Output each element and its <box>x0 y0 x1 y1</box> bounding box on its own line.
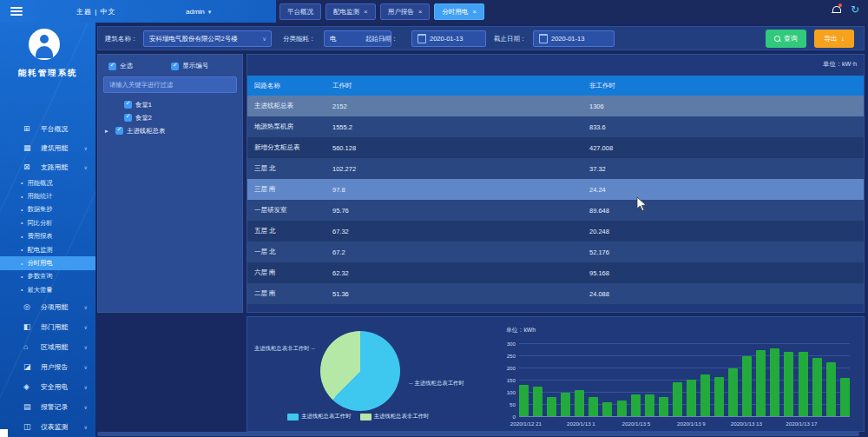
table-row[interactable]: 一层研发室95.7689.648 <box>247 200 864 221</box>
end-date-input[interactable]: 2020-01-13 <box>533 30 615 47</box>
select-all-checkbox[interactable] <box>108 63 116 70</box>
table-row[interactable]: 六层 南62.3295.168 <box>247 262 864 283</box>
submenu-item-同比分析[interactable]: •同比分析 <box>0 216 95 229</box>
table-row[interactable]: 三层 南97.824.24 <box>247 179 864 200</box>
legend-label: 主进线柜总表非工作时 <box>374 413 430 420</box>
start-date-input[interactable]: 2020-01-13 <box>411 30 486 47</box>
submenu-item-分时用电[interactable]: •分时用电 <box>0 256 95 269</box>
tab-平台概况[interactable]: 平台概况 <box>279 3 321 20</box>
table-cell: 427.008 <box>582 144 864 152</box>
sidebar-item-建筑用能[interactable]: ▦建筑用能∨ <box>0 138 95 157</box>
x-tick-label: 2020/1/13 1 <box>558 420 603 427</box>
table-cell: 一层 北 <box>247 248 326 256</box>
submenu-item-label: 同比分析 <box>27 219 52 228</box>
tab-配电监测[interactable]: 配电监测× <box>326 3 376 20</box>
table-cell: 67.32 <box>326 228 582 235</box>
submenu-item-用能统计[interactable]: •用能统计 <box>0 189 95 202</box>
bell-icon[interactable] <box>832 5 840 14</box>
table-cell: 20.248 <box>582 228 864 235</box>
sidebar-item-分项用能[interactable]: ◎分项用能∨ <box>0 297 95 317</box>
table-row[interactable]: 新增分支柜总表560.128427.008 <box>247 137 864 158</box>
bar-238 <box>812 358 822 416</box>
tree-node-checkbox[interactable] <box>124 114 132 122</box>
submenu-item-费用报表[interactable]: •费用报表 <box>0 230 95 243</box>
gridline <box>519 416 850 417</box>
submenu-item-参数查询[interactable]: •参数查询 <box>0 270 95 283</box>
bar-150 <box>687 380 696 416</box>
department-icon: ◧ <box>23 322 36 331</box>
bar-280 <box>770 348 779 416</box>
bar-195 <box>728 368 738 416</box>
submenu-item-数据集抄[interactable]: •数据集抄 <box>0 203 95 216</box>
pie-chart <box>320 331 400 411</box>
column-header-回路名称: 回路名称 <box>247 82 326 90</box>
table-row[interactable]: 三层 北102.27237.32 <box>247 158 864 179</box>
end-date-label: 截止日期： <box>494 35 527 43</box>
sync-icon[interactable]: ↻ <box>851 4 859 15</box>
column-header-非工作时: 非工作时 <box>582 82 864 90</box>
sidebar-item-支路用能[interactable]: ⊠支路用能∨ <box>0 157 95 176</box>
mouse-cursor <box>636 196 647 214</box>
bar-108 <box>575 390 584 416</box>
legend-item[interactable]: 主进线柜总表非工作时 <box>360 413 430 420</box>
submenu-item-最大需量[interactable]: •最大需量 <box>0 283 95 296</box>
table-cell: 51.36 <box>326 290 582 298</box>
tree-search-input[interactable] <box>103 76 237 93</box>
caret-right-icon[interactable]: ▸ <box>105 128 108 135</box>
tab-分时用电[interactable]: 分时用电× <box>434 3 484 20</box>
y-tick-label: 50 <box>498 401 516 407</box>
table-cell: 三层 南 <box>247 185 326 194</box>
tree-node-食堂1[interactable]: 食堂1 <box>98 98 242 111</box>
horizontal-scrollbar[interactable] <box>97 432 859 436</box>
tree-node-checkbox[interactable] <box>115 127 123 135</box>
sidebar-item-区域用能[interactable]: ⌂区域用能∨ <box>0 337 95 357</box>
building-select[interactable]: 安科瑞电气股份有限公司2号楼∨ <box>143 30 272 47</box>
table-row[interactable]: 主进线柜总表21521306 <box>247 96 864 116</box>
sidebar-item-label: 安全用电 <box>41 382 68 392</box>
tab-label: 平台概况 <box>287 8 313 17</box>
query-button[interactable]: 查询 <box>766 30 806 48</box>
sidebar-item-平台概况[interactable]: ⊞平台概况 <box>0 119 95 138</box>
sidebar-item-用户报告[interactable]: ◪用户报告∨ <box>0 357 95 377</box>
user-menu[interactable]: admin▾ <box>186 8 211 16</box>
submenu-item-label: 分时用电 <box>27 259 52 268</box>
x-tick-label: 2020/1/12 21 <box>503 420 549 427</box>
submenu-item-配电监测[interactable]: •配电监测 <box>0 243 95 256</box>
legend-label: 主进线柜总表工作时 <box>301 413 352 420</box>
table-row[interactable]: 二层 南51.3624.088 <box>247 283 864 304</box>
y-tick-label: 200 <box>498 365 516 371</box>
table-row[interactable]: 五层 北67.3220.248 <box>247 221 864 242</box>
sidebar-item-仪表监测[interactable]: ◫仪表监测∨ <box>0 417 95 437</box>
menu-icon[interactable] <box>10 7 23 16</box>
bar-90 <box>645 394 654 416</box>
legend-item[interactable]: 主进线柜总表工作时 <box>287 413 352 420</box>
branch-icon: ⊠ <box>23 162 36 171</box>
submenu-item-用能概况[interactable]: •用能概况 <box>0 176 95 189</box>
sidebar-item-部门用能[interactable]: ◧部门用能∨ <box>0 317 95 337</box>
tab-close-icon[interactable]: × <box>472 8 477 16</box>
area-icon: ⌂ <box>23 342 36 351</box>
tab-close-icon[interactable]: × <box>418 8 423 16</box>
table-row[interactable]: 一层 北67.252.176 <box>247 242 864 262</box>
tree-node-主进线柜总表[interactable]: ▸主进线柜总表 <box>98 124 242 137</box>
sidebar-item-报警记录[interactable]: ▤报警记录∨ <box>0 397 95 417</box>
y-tick-label: 300 <box>498 341 516 347</box>
tree-node-checkbox[interactable] <box>124 101 132 109</box>
bar-chart-unit-label: 单位：kWh <box>506 326 536 334</box>
theme-language-switcher[interactable]: 主题 | 中文 <box>76 7 116 17</box>
sidebar-item-安全用电[interactable]: ◈安全用电∨ <box>0 377 95 397</box>
x-tick-label: 2020/1/13 13 <box>724 420 769 427</box>
table-row[interactable]: 地源热泵机房1555.2833.6 <box>247 116 864 137</box>
bar-170 <box>700 374 710 416</box>
submenu-item-label: 数据集抄 <box>27 205 52 214</box>
category-label: 分类能耗： <box>283 35 316 43</box>
submenu-item-label: 用能统计 <box>27 192 52 201</box>
secondary-option-checkbox[interactable] <box>171 63 179 70</box>
export-button[interactable]: 导出 ↓ <box>814 30 854 48</box>
table-unit-label: 单位：kW·h <box>823 60 857 69</box>
tab-用户报告[interactable]: 用户报告× <box>380 3 431 20</box>
tab-close-icon[interactable]: × <box>364 8 368 16</box>
chevron-down-icon: ∨ <box>84 344 88 350</box>
submenu-item-label: 配电监测 <box>27 246 52 255</box>
tree-node-食堂2[interactable]: 食堂2 <box>98 111 242 124</box>
